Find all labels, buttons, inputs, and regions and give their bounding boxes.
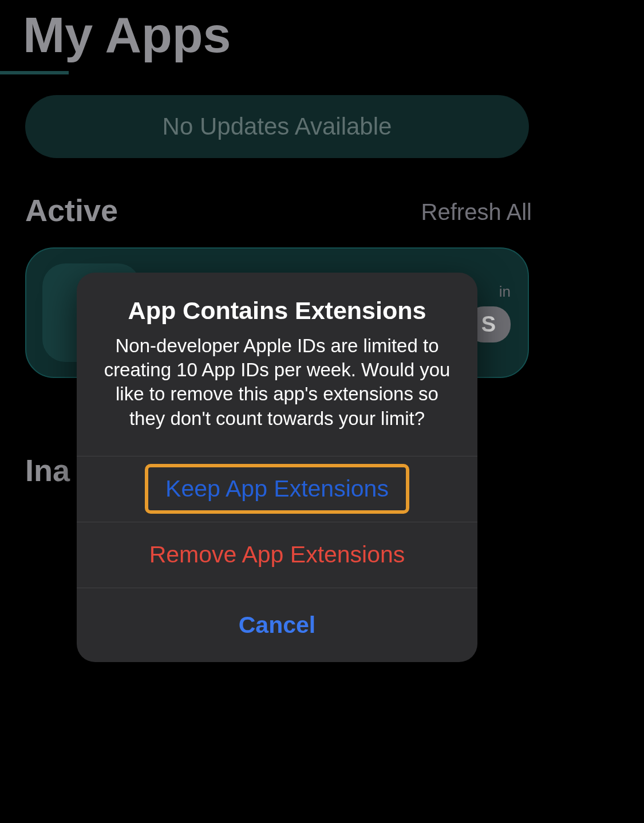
extensions-dialog: App Contains Extensions Non-developer Ap… xyxy=(77,273,477,662)
keep-extensions-label: Keep App Extensions xyxy=(145,464,409,514)
dialog-title: App Contains Extensions xyxy=(96,297,458,325)
cancel-button[interactable]: Cancel xyxy=(77,588,477,662)
cancel-label: Cancel xyxy=(239,612,315,639)
remove-extensions-label: Remove App Extensions xyxy=(149,541,405,568)
keep-extensions-button[interactable]: Keep App Extensions xyxy=(77,456,477,522)
dialog-header: App Contains Extensions Non-developer Ap… xyxy=(77,273,477,456)
remove-extensions-button[interactable]: Remove App Extensions xyxy=(77,522,477,588)
dialog-message: Non-developer Apple IDs are limited to c… xyxy=(96,334,458,431)
